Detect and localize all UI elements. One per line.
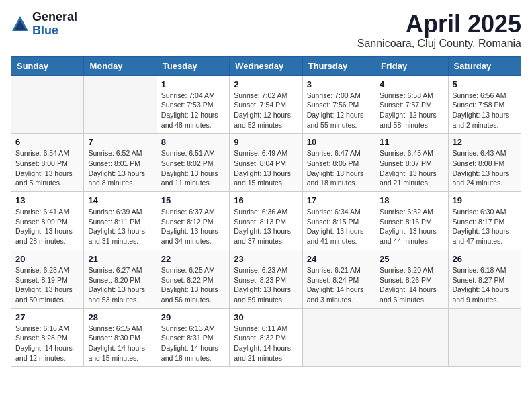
day-number: 28 <box>88 312 152 322</box>
calendar-cell: 16Sunrise: 6:36 AM Sunset: 8:13 PM Dayli… <box>230 192 302 250</box>
day-info: Sunrise: 6:32 AM Sunset: 8:16 PM Dayligh… <box>380 207 443 246</box>
day-info: Sunrise: 6:20 AM Sunset: 8:26 PM Dayligh… <box>380 265 443 305</box>
day-info: Sunrise: 6:54 AM Sunset: 8:00 PM Dayligh… <box>15 148 79 188</box>
day-number: 20 <box>15 254 79 264</box>
day-info: Sunrise: 6:28 AM Sunset: 8:19 PM Dayligh… <box>15 265 79 305</box>
calendar-week-row: 27Sunrise: 6:16 AM Sunset: 8:28 PM Dayli… <box>11 308 521 367</box>
day-number: 23 <box>234 254 298 264</box>
calendar-week-row: 1Sunrise: 7:04 AM Sunset: 7:53 PM Daylig… <box>11 75 521 134</box>
calendar-cell: 23Sunrise: 6:23 AM Sunset: 8:23 PM Dayli… <box>230 250 302 308</box>
weekday-header-friday: Friday <box>375 56 448 75</box>
calendar-cell: 22Sunrise: 6:25 AM Sunset: 8:22 PM Dayli… <box>157 250 229 308</box>
day-info: Sunrise: 6:18 AM Sunset: 8:27 PM Dayligh… <box>453 265 517 305</box>
day-info: Sunrise: 6:34 AM Sunset: 8:15 PM Dayligh… <box>307 207 371 246</box>
logo-blue-text: Blue <box>32 24 77 38</box>
calendar-week-row: 20Sunrise: 6:28 AM Sunset: 8:19 PM Dayli… <box>11 250 521 308</box>
day-number: 2 <box>234 79 298 89</box>
day-info: Sunrise: 6:37 AM Sunset: 8:12 PM Dayligh… <box>161 207 225 246</box>
calendar-header-row: SundayMondayTuesdayWednesdayThursdayFrid… <box>11 56 521 75</box>
day-info: Sunrise: 6:30 AM Sunset: 8:17 PM Dayligh… <box>453 207 517 246</box>
calendar-cell: 17Sunrise: 6:34 AM Sunset: 8:15 PM Dayli… <box>302 192 375 250</box>
calendar-week-row: 13Sunrise: 6:41 AM Sunset: 8:09 PM Dayli… <box>11 192 521 250</box>
header: General Blue April 2025 Sannicoara, Cluj… <box>11 11 521 50</box>
day-info: Sunrise: 7:00 AM Sunset: 7:56 PM Dayligh… <box>307 91 371 130</box>
day-info: Sunrise: 6:36 AM Sunset: 8:13 PM Dayligh… <box>234 207 298 246</box>
day-info: Sunrise: 6:56 AM Sunset: 7:58 PM Dayligh… <box>453 91 517 130</box>
weekday-header-wednesday: Wednesday <box>230 56 302 75</box>
day-number: 27 <box>15 312 79 322</box>
day-info: Sunrise: 6:27 AM Sunset: 8:20 PM Dayligh… <box>88 265 152 305</box>
day-info: Sunrise: 6:52 AM Sunset: 8:01 PM Dayligh… <box>88 148 152 188</box>
day-number: 17 <box>307 195 371 205</box>
calendar-cell: 10Sunrise: 6:47 AM Sunset: 8:05 PM Dayli… <box>302 134 375 192</box>
calendar-cell: 3Sunrise: 7:00 AM Sunset: 7:56 PM Daylig… <box>302 75 375 134</box>
day-info: Sunrise: 6:41 AM Sunset: 8:09 PM Dayligh… <box>15 207 79 246</box>
day-number: 30 <box>234 312 298 322</box>
calendar-cell: 27Sunrise: 6:16 AM Sunset: 8:28 PM Dayli… <box>11 308 84 367</box>
day-info: Sunrise: 6:16 AM Sunset: 8:28 PM Dayligh… <box>15 324 79 363</box>
weekday-header-saturday: Saturday <box>448 56 521 75</box>
calendar-week-row: 6Sunrise: 6:54 AM Sunset: 8:00 PM Daylig… <box>11 134 521 192</box>
day-number: 21 <box>88 254 152 264</box>
day-number: 11 <box>380 137 443 147</box>
calendar-cell <box>302 308 375 367</box>
calendar-cell: 6Sunrise: 6:54 AM Sunset: 8:00 PM Daylig… <box>11 134 84 192</box>
calendar-cell: 11Sunrise: 6:45 AM Sunset: 8:07 PM Dayli… <box>375 134 448 192</box>
day-number: 7 <box>88 137 152 147</box>
day-number: 8 <box>161 137 225 147</box>
title-area: April 2025 Sannicoara, Cluj County, Roma… <box>357 11 521 50</box>
location-text: Sannicoara, Cluj County, Romania <box>357 38 521 50</box>
weekday-header-tuesday: Tuesday <box>157 56 229 75</box>
day-number: 6 <box>15 137 79 147</box>
day-number: 19 <box>453 195 517 205</box>
day-info: Sunrise: 6:11 AM Sunset: 8:32 PM Dayligh… <box>234 324 298 363</box>
calendar-cell <box>375 308 448 367</box>
day-number: 25 <box>380 254 443 264</box>
calendar-cell: 1Sunrise: 7:04 AM Sunset: 7:53 PM Daylig… <box>157 75 229 134</box>
calendar-cell: 5Sunrise: 6:56 AM Sunset: 7:58 PM Daylig… <box>448 75 521 134</box>
day-number: 18 <box>380 195 443 205</box>
day-number: 26 <box>453 254 517 264</box>
calendar-cell: 7Sunrise: 6:52 AM Sunset: 8:01 PM Daylig… <box>84 134 157 192</box>
weekday-header-sunday: Sunday <box>11 56 84 75</box>
day-info: Sunrise: 6:43 AM Sunset: 8:08 PM Dayligh… <box>453 148 517 188</box>
day-number: 12 <box>453 137 517 147</box>
weekday-header-monday: Monday <box>84 56 157 75</box>
logo-general-text: General <box>32 11 77 24</box>
calendar-cell: 8Sunrise: 6:51 AM Sunset: 8:02 PM Daylig… <box>157 134 229 192</box>
calendar-cell: 26Sunrise: 6:18 AM Sunset: 8:27 PM Dayli… <box>448 250 521 308</box>
day-info: Sunrise: 7:04 AM Sunset: 7:53 PM Dayligh… <box>161 91 225 130</box>
weekday-header-thursday: Thursday <box>302 56 375 75</box>
day-number: 10 <box>307 137 371 147</box>
logo: General Blue <box>11 11 77 38</box>
day-number: 4 <box>380 79 443 89</box>
calendar-cell: 18Sunrise: 6:32 AM Sunset: 8:16 PM Dayli… <box>375 192 448 250</box>
day-number: 5 <box>453 79 517 89</box>
day-number: 9 <box>234 137 298 147</box>
calendar-cell: 12Sunrise: 6:43 AM Sunset: 8:08 PM Dayli… <box>448 134 521 192</box>
day-number: 24 <box>307 254 371 264</box>
day-info: Sunrise: 6:25 AM Sunset: 8:22 PM Dayligh… <box>161 265 225 305</box>
calendar-cell: 21Sunrise: 6:27 AM Sunset: 8:20 PM Dayli… <box>84 250 157 308</box>
day-number: 3 <box>307 79 371 89</box>
day-number: 29 <box>161 312 225 322</box>
month-title: April 2025 <box>357 11 521 38</box>
day-number: 16 <box>234 195 298 205</box>
calendar-cell: 4Sunrise: 6:58 AM Sunset: 7:57 PM Daylig… <box>375 75 448 134</box>
calendar-cell: 24Sunrise: 6:21 AM Sunset: 8:24 PM Dayli… <box>302 250 375 308</box>
day-info: Sunrise: 6:23 AM Sunset: 8:23 PM Dayligh… <box>234 265 298 305</box>
logo-icon <box>11 15 30 34</box>
day-info: Sunrise: 6:45 AM Sunset: 8:07 PM Dayligh… <box>380 148 443 188</box>
day-info: Sunrise: 6:15 AM Sunset: 8:30 PM Dayligh… <box>88 324 152 363</box>
day-info: Sunrise: 6:39 AM Sunset: 8:11 PM Dayligh… <box>88 207 152 246</box>
day-info: Sunrise: 6:21 AM Sunset: 8:24 PM Dayligh… <box>307 265 371 305</box>
day-info: Sunrise: 6:58 AM Sunset: 7:57 PM Dayligh… <box>380 91 443 130</box>
day-info: Sunrise: 7:02 AM Sunset: 7:54 PM Dayligh… <box>234 91 298 130</box>
day-number: 13 <box>15 195 79 205</box>
calendar-cell <box>448 308 521 367</box>
day-number: 15 <box>161 195 225 205</box>
calendar-cell: 14Sunrise: 6:39 AM Sunset: 8:11 PM Dayli… <box>84 192 157 250</box>
calendar-cell: 29Sunrise: 6:13 AM Sunset: 8:31 PM Dayli… <box>157 308 229 367</box>
calendar-cell: 19Sunrise: 6:30 AM Sunset: 8:17 PM Dayli… <box>448 192 521 250</box>
day-number: 1 <box>161 79 225 89</box>
